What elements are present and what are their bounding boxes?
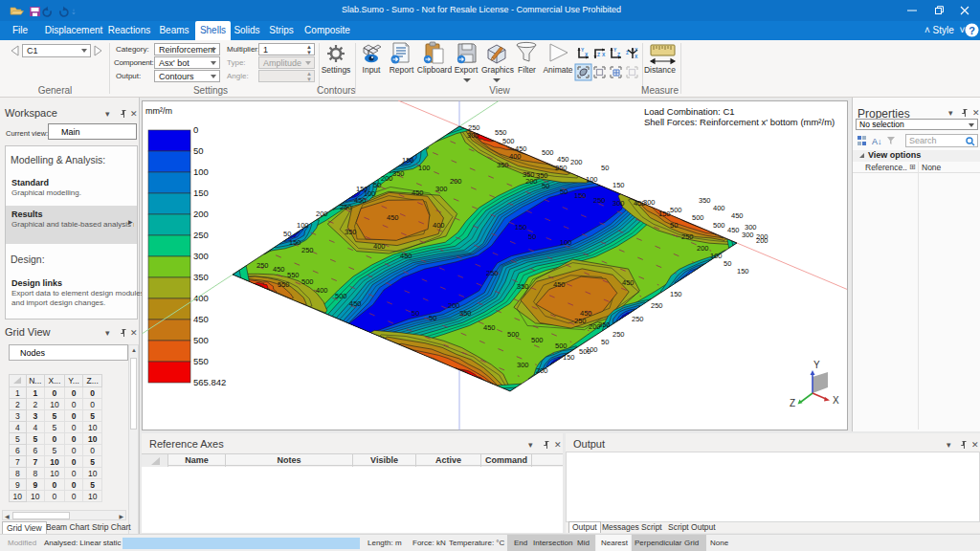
svg-text:150: 150 bbox=[612, 181, 625, 189]
svg-text:50: 50 bbox=[193, 145, 204, 156]
svg-text:50: 50 bbox=[283, 230, 291, 238]
svg-text:400: 400 bbox=[193, 293, 209, 303]
svg-text:350: 350 bbox=[536, 171, 548, 180]
svg-text:250: 250 bbox=[555, 164, 568, 172]
svg-text:500: 500 bbox=[531, 336, 544, 344]
svg-text:250: 250 bbox=[256, 261, 269, 270]
svg-text:150: 150 bbox=[356, 185, 368, 193]
svg-text:150: 150 bbox=[193, 187, 209, 198]
svg-text:550: 550 bbox=[495, 128, 507, 137]
svg-text:A↓: A↓ bbox=[872, 137, 882, 146]
svg-text:500: 500 bbox=[193, 335, 209, 345]
svg-text:50: 50 bbox=[542, 182, 549, 190]
svg-text:550: 550 bbox=[193, 356, 209, 366]
svg-text:150: 150 bbox=[658, 209, 671, 218]
svg-text:350: 350 bbox=[459, 309, 472, 318]
svg-text:400: 400 bbox=[316, 286, 328, 295]
svg-text:450: 450 bbox=[349, 299, 362, 308]
svg-text:50: 50 bbox=[560, 187, 568, 196]
svg-text:500: 500 bbox=[692, 213, 704, 222]
svg-text:150: 150 bbox=[737, 267, 749, 276]
svg-text:450: 450 bbox=[553, 280, 566, 289]
svg-text:X: X bbox=[585, 52, 589, 57]
svg-text:200: 200 bbox=[536, 366, 548, 375]
svg-text:400: 400 bbox=[713, 204, 725, 212]
svg-text:200: 200 bbox=[570, 158, 583, 166]
svg-text:450: 450 bbox=[483, 323, 496, 332]
svg-text:mm²/m: mm²/m bbox=[145, 106, 172, 116]
svg-text:100: 100 bbox=[418, 164, 431, 172]
svg-text:300: 300 bbox=[193, 251, 209, 261]
svg-text:100: 100 bbox=[560, 238, 572, 247]
svg-text:350: 350 bbox=[345, 228, 357, 236]
svg-text:350: 350 bbox=[497, 161, 509, 169]
svg-text:350: 350 bbox=[598, 320, 611, 329]
svg-text:450: 450 bbox=[354, 196, 367, 205]
svg-text:250: 250 bbox=[651, 301, 663, 310]
svg-text:250: 250 bbox=[574, 317, 587, 325]
svg-text:450: 450 bbox=[557, 155, 569, 164]
svg-text:250: 250 bbox=[681, 232, 694, 241]
svg-text:300: 300 bbox=[517, 361, 529, 369]
svg-text:500: 500 bbox=[335, 292, 347, 300]
svg-text:150: 150 bbox=[574, 191, 587, 200]
svg-text:550: 550 bbox=[287, 271, 300, 279]
svg-text:250: 250 bbox=[612, 330, 625, 339]
svg-text:150: 150 bbox=[563, 353, 575, 362]
svg-text:X: X bbox=[833, 395, 839, 406]
svg-text:450: 450 bbox=[622, 278, 635, 287]
svg-text:100: 100 bbox=[710, 252, 723, 260]
svg-text:450: 450 bbox=[727, 226, 740, 234]
svg-text:300: 300 bbox=[745, 223, 757, 231]
svg-text:350: 350 bbox=[699, 196, 711, 205]
svg-text:Z: Z bbox=[790, 398, 795, 408]
svg-text:250: 250 bbox=[486, 269, 499, 277]
svg-text:450: 450 bbox=[193, 314, 209, 324]
svg-text:Y: Y bbox=[813, 360, 820, 370]
svg-text:100: 100 bbox=[586, 175, 598, 184]
svg-text:100: 100 bbox=[586, 345, 598, 354]
svg-text:150: 150 bbox=[402, 156, 414, 165]
svg-text:50: 50 bbox=[601, 338, 609, 346]
svg-text:450: 450 bbox=[731, 211, 744, 220]
svg-text:50: 50 bbox=[528, 232, 536, 241]
svg-text:50: 50 bbox=[429, 314, 436, 322]
svg-text:150: 150 bbox=[670, 290, 682, 298]
svg-text:450: 450 bbox=[400, 252, 412, 260]
svg-text:200: 200 bbox=[448, 301, 460, 310]
svg-text:50: 50 bbox=[724, 259, 731, 268]
svg-text:450: 450 bbox=[387, 213, 399, 222]
svg-text:500: 500 bbox=[555, 342, 568, 350]
svg-text:50: 50 bbox=[670, 221, 678, 230]
svg-text:Y: Y bbox=[635, 47, 638, 53]
svg-text:200: 200 bbox=[381, 174, 393, 183]
svg-text:200: 200 bbox=[193, 209, 209, 219]
svg-text:150: 150 bbox=[289, 238, 301, 247]
svg-text:300: 300 bbox=[742, 231, 754, 239]
svg-text:400: 400 bbox=[373, 242, 386, 251]
svg-text:400: 400 bbox=[509, 152, 522, 161]
svg-text:150: 150 bbox=[515, 223, 527, 231]
svg-text:500: 500 bbox=[542, 148, 554, 157]
svg-text:250: 250 bbox=[593, 196, 606, 205]
svg-text:100: 100 bbox=[297, 221, 309, 230]
svg-text:0: 0 bbox=[193, 124, 198, 135]
svg-text:250: 250 bbox=[193, 230, 209, 240]
svg-text:250: 250 bbox=[340, 203, 352, 211]
svg-text:250: 250 bbox=[632, 315, 644, 323]
svg-text:250: 250 bbox=[301, 246, 314, 254]
svg-text:100: 100 bbox=[193, 166, 209, 177]
svg-text:350: 350 bbox=[517, 282, 529, 291]
svg-text:500: 500 bbox=[670, 206, 682, 214]
svg-text:300: 300 bbox=[467, 131, 479, 140]
svg-text:550: 550 bbox=[278, 280, 290, 289]
svg-text:Z: Z bbox=[597, 52, 600, 57]
svg-text:450: 450 bbox=[273, 265, 285, 274]
svg-text:X: X bbox=[602, 52, 606, 57]
svg-text:200: 200 bbox=[450, 177, 462, 186]
svg-text:500: 500 bbox=[713, 221, 725, 230]
svg-text:50: 50 bbox=[412, 309, 419, 318]
svg-text:500: 500 bbox=[301, 277, 314, 286]
svg-text:200: 200 bbox=[316, 209, 328, 218]
svg-text:500: 500 bbox=[502, 137, 515, 145]
